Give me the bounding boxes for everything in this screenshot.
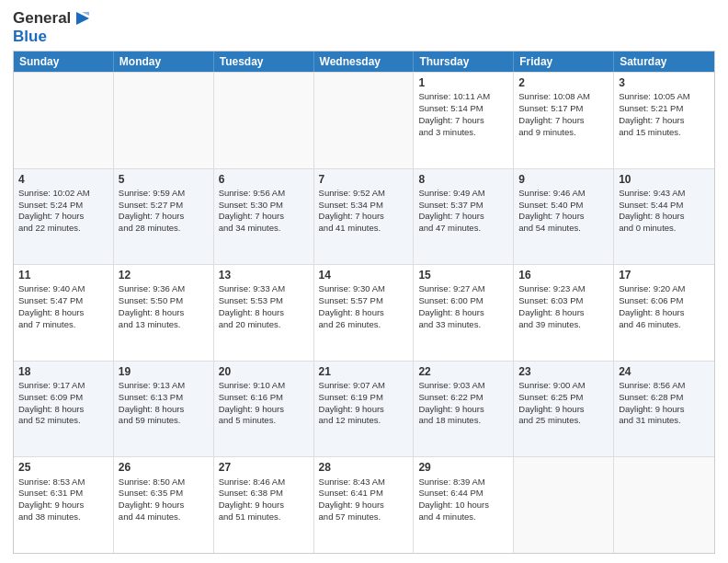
calendar-header-row: SundayMondayTuesdayWednesdayThursdayFrid… [14,52,714,72]
calendar-cell-r3-c7: 17Sunrise: 9:20 AM Sunset: 6:06 PM Dayli… [614,265,714,361]
calendar-cell-r2-c7: 10Sunrise: 9:43 AM Sunset: 5:44 PM Dayli… [614,169,714,265]
day-info-23: Sunrise: 9:00 AM Sunset: 6:25 PM Dayligh… [518,380,585,425]
day-info-13: Sunrise: 9:33 AM Sunset: 5:53 PM Dayligh… [219,283,285,328]
day-number-15: 15 [418,268,508,282]
calendar-cell-r2-c1: 4Sunrise: 10:02 AM Sunset: 5:24 PM Dayli… [14,169,114,265]
header-day-monday: Monday [114,52,214,72]
day-number-5: 5 [119,172,209,187]
calendar-row-1: 1Sunrise: 10:11 AM Sunset: 5:14 PM Dayli… [14,72,714,168]
day-info-20: Sunrise: 9:10 AM Sunset: 6:16 PM Dayligh… [219,380,285,425]
day-number-10: 10 [619,172,710,187]
calendar-cell-r1-c2 [114,73,214,168]
day-info-24: Sunrise: 8:56 AM Sunset: 6:28 PM Dayligh… [619,380,685,425]
day-number-4: 4 [18,172,108,187]
calendar-cell-r4-c3: 20Sunrise: 9:10 AM Sunset: 6:16 PM Dayli… [214,362,314,457]
calendar-cell-r1-c4 [314,73,415,168]
day-info-14: Sunrise: 9:30 AM Sunset: 5:57 PM Dayligh… [319,283,385,328]
logo: General Blue [13,9,89,45]
day-info-2: Sunrise: 10:08 AM Sunset: 5:17 PM Daylig… [518,91,590,136]
day-info-6: Sunrise: 9:56 AM Sunset: 5:30 PM Dayligh… [219,188,285,233]
header-day-sunday: Sunday [14,52,114,72]
day-info-19: Sunrise: 9:13 AM Sunset: 6:13 PM Dayligh… [119,380,185,425]
day-info-10: Sunrise: 9:43 AM Sunset: 5:44 PM Dayligh… [619,188,685,233]
calendar-cell-r3-c2: 12Sunrise: 9:36 AM Sunset: 5:50 PM Dayli… [114,265,214,361]
calendar-cell-r4-c6: 23Sunrise: 9:00 AM Sunset: 6:25 PM Dayli… [514,362,614,457]
calendar-cell-r3-c3: 13Sunrise: 9:33 AM Sunset: 5:53 PM Dayli… [214,265,314,361]
day-number-18: 18 [18,364,108,379]
calendar-cell-r5-c2: 26Sunrise: 8:50 AM Sunset: 6:35 PM Dayli… [114,457,214,553]
header-day-tuesday: Tuesday [214,52,314,72]
day-number-21: 21 [319,364,409,379]
day-number-8: 8 [418,172,508,187]
day-number-13: 13 [219,268,309,282]
day-info-28: Sunrise: 8:43 AM Sunset: 6:41 PM Dayligh… [319,477,385,522]
day-number-9: 9 [518,172,609,187]
calendar-row-2: 4Sunrise: 10:02 AM Sunset: 5:24 PM Dayli… [14,168,714,265]
day-info-22: Sunrise: 9:03 AM Sunset: 6:22 PM Dayligh… [418,380,484,425]
calendar-cell-r1-c1 [14,73,114,168]
logo-arrow-icon [73,10,89,27]
day-number-29: 29 [418,460,508,475]
day-info-8: Sunrise: 9:49 AM Sunset: 5:37 PM Dayligh… [418,188,484,233]
calendar-cell-r4-c1: 18Sunrise: 9:17 AM Sunset: 6:09 PM Dayli… [14,362,114,457]
day-number-22: 22 [418,364,508,379]
header: General Blue [13,9,715,45]
day-number-17: 17 [619,268,710,282]
day-number-24: 24 [619,364,710,379]
calendar-cell-r3-c4: 14Sunrise: 9:30 AM Sunset: 5:57 PM Dayli… [314,265,415,361]
calendar-cell-r5-c1: 25Sunrise: 8:53 AM Sunset: 6:31 PM Dayli… [14,457,114,553]
calendar-cell-r1-c6: 2Sunrise: 10:08 AM Sunset: 5:17 PM Dayli… [514,73,614,168]
header-day-friday: Friday [514,52,614,72]
calendar-row-4: 18Sunrise: 9:17 AM Sunset: 6:09 PM Dayli… [14,361,714,457]
calendar-cell-r4-c4: 21Sunrise: 9:07 AM Sunset: 6:19 PM Dayli… [314,362,415,457]
day-number-7: 7 [319,172,409,187]
calendar-cell-r1-c7: 3Sunrise: 10:05 AM Sunset: 5:21 PM Dayli… [614,73,714,168]
day-info-3: Sunrise: 10:05 AM Sunset: 5:21 PM Daylig… [619,91,690,136]
day-number-28: 28 [319,460,409,475]
day-info-9: Sunrise: 9:46 AM Sunset: 5:40 PM Dayligh… [518,188,585,233]
header-day-wednesday: Wednesday [314,52,415,72]
day-number-19: 19 [119,364,209,379]
logo-general: General [13,9,71,28]
calendar-cell-r2-c4: 7Sunrise: 9:52 AM Sunset: 5:34 PM Daylig… [314,169,415,265]
calendar-cell-r3-c6: 16Sunrise: 9:23 AM Sunset: 6:03 PM Dayli… [514,265,614,361]
day-info-1: Sunrise: 10:11 AM Sunset: 5:14 PM Daylig… [418,91,490,136]
day-number-6: 6 [219,172,309,187]
calendar-cell-r2-c3: 6Sunrise: 9:56 AM Sunset: 5:30 PM Daylig… [214,169,314,265]
day-number-20: 20 [219,364,309,379]
calendar-cell-r2-c2: 5Sunrise: 9:59 AM Sunset: 5:27 PM Daylig… [114,169,214,265]
day-info-21: Sunrise: 9:07 AM Sunset: 6:19 PM Dayligh… [319,380,385,425]
calendar: SundayMondayTuesdayWednesdayThursdayFrid… [13,51,715,554]
day-info-16: Sunrise: 9:23 AM Sunset: 6:03 PM Dayligh… [518,283,585,328]
calendar-cell-r4-c7: 24Sunrise: 8:56 AM Sunset: 6:28 PM Dayli… [614,362,714,457]
calendar-cell-r5-c6 [514,457,614,553]
calendar-cell-r1-c3 [214,73,314,168]
calendar-cell-r3-c1: 11Sunrise: 9:40 AM Sunset: 5:47 PM Dayli… [14,265,114,361]
day-info-18: Sunrise: 9:17 AM Sunset: 6:09 PM Dayligh… [18,380,85,425]
calendar-cell-r4-c5: 22Sunrise: 9:03 AM Sunset: 6:22 PM Dayli… [414,362,514,457]
calendar-cell-r3-c5: 15Sunrise: 9:27 AM Sunset: 6:00 PM Dayli… [414,265,514,361]
calendar-row-5: 25Sunrise: 8:53 AM Sunset: 6:31 PM Dayli… [14,456,714,553]
day-number-25: 25 [18,460,108,475]
day-number-3: 3 [619,75,710,90]
page: General Blue SundayMondayTuesdayWednesda… [0,0,728,563]
calendar-cell-r5-c7 [614,457,714,553]
day-number-1: 1 [418,75,508,90]
calendar-cell-r4-c2: 19Sunrise: 9:13 AM Sunset: 6:13 PM Dayli… [114,362,214,457]
day-number-14: 14 [319,268,409,282]
day-number-23: 23 [518,364,609,379]
day-number-11: 11 [18,268,108,282]
calendar-row-3: 11Sunrise: 9:40 AM Sunset: 5:47 PM Dayli… [14,264,714,361]
day-info-11: Sunrise: 9:40 AM Sunset: 5:47 PM Dayligh… [18,283,85,328]
day-info-5: Sunrise: 9:59 AM Sunset: 5:27 PM Dayligh… [119,188,185,233]
calendar-cell-r1-c5: 1Sunrise: 10:11 AM Sunset: 5:14 PM Dayli… [414,73,514,168]
calendar-cell-r2-c5: 8Sunrise: 9:49 AM Sunset: 5:37 PM Daylig… [414,169,514,265]
svg-marker-1 [82,12,89,16]
day-number-27: 27 [219,460,309,475]
day-info-15: Sunrise: 9:27 AM Sunset: 6:00 PM Dayligh… [418,283,484,328]
day-info-12: Sunrise: 9:36 AM Sunset: 5:50 PM Dayligh… [119,283,185,328]
calendar-body: 1Sunrise: 10:11 AM Sunset: 5:14 PM Dayli… [14,72,714,553]
header-day-thursday: Thursday [414,52,514,72]
day-number-12: 12 [119,268,209,282]
logo-blue: Blue [13,28,89,46]
